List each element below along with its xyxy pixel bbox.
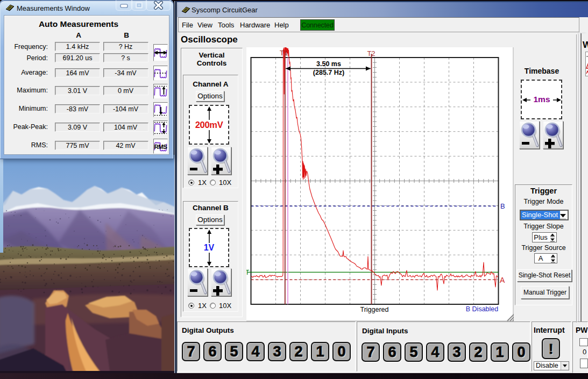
svg-text:Triggered: Triggered <box>360 306 388 313</box>
svg-text:T2: T2 <box>367 49 375 58</box>
svg-text:RMS: RMS <box>154 144 167 150</box>
svg-text:B: B <box>500 202 505 210</box>
svg-text:3.50 ms: 3.50 ms <box>316 60 341 68</box>
svg-text:T1: T1 <box>280 49 288 57</box>
svg-text:(285.7 Hz): (285.7 Hz) <box>313 69 344 76</box>
svg-text:A: A <box>500 276 505 284</box>
svg-text:B Disabled: B Disabled <box>466 305 498 313</box>
svg-text:T: T <box>246 269 250 276</box>
